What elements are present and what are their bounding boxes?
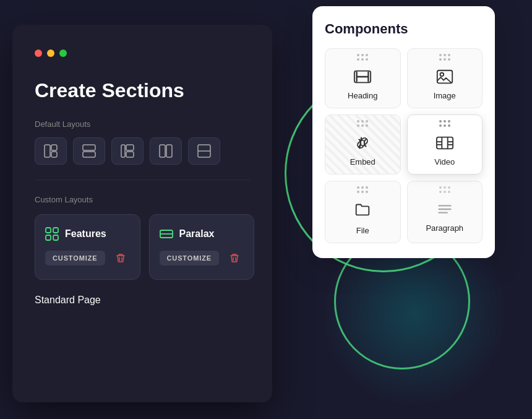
embed-dots (357, 120, 368, 127)
minimize-dot (47, 50, 54, 57)
layout-btn-2[interactable] (73, 137, 105, 165)
features-icon (45, 227, 59, 241)
paralax-customize-row: CUSTOMIZE (160, 249, 244, 267)
paragraph-label: Paragraph (426, 223, 463, 233)
svg-rect-7 (126, 152, 134, 157)
paralax-icon (160, 227, 173, 241)
file-dots (357, 186, 368, 193)
panel-title: Create Sections (35, 79, 250, 102)
file-folder-icon (353, 200, 372, 218)
video-icon (435, 134, 454, 152)
heading-label: Heading (348, 91, 377, 100)
component-heading[interactable]: Heading (325, 48, 401, 108)
paralax-card-title: Paralax (179, 228, 215, 240)
default-layouts-row (35, 137, 250, 165)
features-card-title: Features (65, 228, 106, 240)
svg-rect-14 (53, 228, 58, 233)
features-card-header: Features (45, 227, 130, 241)
layout-btn-1[interactable] (35, 137, 67, 165)
default-layouts-label: Default Layouts (35, 119, 250, 129)
components-panel: Components Heading (312, 6, 495, 258)
paragraph-dots (439, 186, 450, 193)
svg-rect-2 (51, 152, 57, 157)
layout-btn-5[interactable] (188, 137, 220, 165)
window-controls (35, 50, 250, 57)
components-grid: Heading Image (325, 48, 483, 243)
components-title: Components (325, 21, 483, 37)
embed-icon (353, 134, 372, 152)
svg-rect-0 (45, 145, 50, 157)
svg-rect-6 (126, 145, 134, 150)
embed-label: Embed (350, 157, 375, 166)
svg-rect-8 (160, 145, 165, 157)
divider (35, 179, 250, 180)
left-panel: Create Sections Default Layouts (12, 25, 272, 402)
paralax-card-header: Paralax (160, 227, 244, 241)
svg-rect-1 (51, 145, 57, 150)
heading-h-icon (353, 67, 372, 86)
svg-rect-5 (121, 145, 125, 157)
svg-rect-3 (83, 145, 95, 150)
custom-cards-row: Features CUSTOMIZE (35, 214, 250, 280)
svg-rect-12 (46, 228, 51, 233)
custom-layouts-label: Custom Layouts (35, 195, 250, 204)
component-embed[interactable]: Embed (325, 114, 401, 175)
svg-rect-4 (83, 152, 95, 157)
image-label: Image (434, 91, 456, 100)
paralax-customize-button[interactable]: CUSTOMIZE (160, 251, 220, 266)
paralax-card: Paralax CUSTOMIZE (149, 214, 255, 280)
paragraph-icon (435, 200, 454, 218)
svg-rect-13 (46, 235, 51, 240)
features-customize-button[interactable]: CUSTOMIZE (45, 251, 105, 266)
component-video[interactable]: Video (407, 114, 483, 175)
standard-page-label: Standard Page (35, 295, 250, 306)
maximize-dot (59, 50, 67, 57)
scene: Create Sections Default Layouts (0, 0, 532, 419)
svg-rect-9 (166, 145, 172, 157)
image-dots (439, 54, 450, 61)
component-image[interactable]: Image (407, 48, 483, 108)
component-paragraph[interactable]: Paragraph (407, 181, 483, 243)
features-customize-row: CUSTOMIZE (45, 249, 130, 267)
layout-btn-4[interactable] (150, 137, 182, 165)
video-label: Video (434, 157, 455, 166)
file-label: File (356, 226, 369, 235)
svg-rect-15 (53, 235, 58, 240)
video-dots (439, 120, 450, 127)
paralax-delete-button[interactable] (225, 249, 244, 267)
features-card: Features CUSTOMIZE (35, 214, 140, 280)
svg-point-21 (440, 72, 444, 76)
heading-dots (357, 54, 368, 61)
image-icon (435, 67, 454, 86)
component-file[interactable]: File (325, 181, 401, 243)
features-delete-button[interactable] (111, 249, 130, 267)
svg-rect-22 (437, 137, 453, 149)
layout-btn-3[interactable] (111, 137, 144, 165)
close-dot (35, 50, 42, 57)
